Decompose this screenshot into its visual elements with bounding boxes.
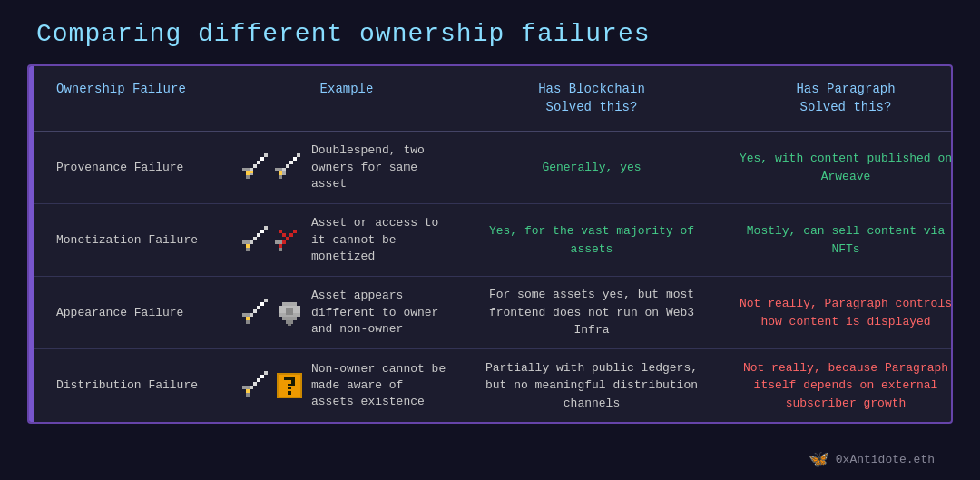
svg-rect-64 bbox=[260, 375, 264, 378]
col-header-blockchain: Has BlockchainSolved this? bbox=[465, 75, 719, 122]
svg-rect-25 bbox=[260, 230, 264, 233]
blockchain-distribution: Partially with public ledgers, but no me… bbox=[465, 350, 719, 422]
sword-x-icon bbox=[275, 226, 304, 255]
sword-icon-4 bbox=[242, 299, 271, 328]
sword-icon-2 bbox=[275, 153, 304, 182]
icon-pair-provenance bbox=[242, 153, 304, 182]
svg-rect-6 bbox=[260, 157, 264, 161]
svg-rect-22 bbox=[250, 240, 253, 244]
svg-rect-60 bbox=[242, 386, 250, 389]
svg-rect-45 bbox=[253, 309, 257, 313]
svg-rect-3 bbox=[250, 168, 253, 171]
paragraph-provenance: Yes, with content published on Arweave bbox=[719, 141, 973, 194]
svg-rect-50 bbox=[282, 302, 297, 306]
svg-rect-54 bbox=[282, 317, 297, 320]
svg-rect-12 bbox=[282, 171, 286, 175]
svg-rect-15 bbox=[286, 164, 289, 168]
svg-rect-9 bbox=[246, 171, 250, 175]
svg-rect-70 bbox=[291, 380, 295, 386]
svg-rect-55 bbox=[286, 320, 293, 324]
page-title: Comparing different ownership failures bbox=[0, 0, 980, 64]
svg-rect-19 bbox=[279, 171, 282, 175]
blockchain-appearance: For some assets yes, but most frontend d… bbox=[465, 277, 719, 348]
svg-rect-71 bbox=[288, 384, 291, 386]
svg-rect-20 bbox=[246, 248, 250, 251]
svg-rect-11 bbox=[279, 175, 282, 179]
svg-rect-69 bbox=[284, 377, 295, 380]
table-row: Appearance Failure bbox=[29, 277, 951, 349]
example-provenance: Doublespend, two owners for same asset bbox=[229, 133, 465, 201]
svg-rect-48 bbox=[264, 299, 268, 302]
svg-rect-37 bbox=[286, 237, 289, 240]
icon-pair-appearance bbox=[242, 299, 304, 328]
table-header: Ownership Failure Example Has Blockchain… bbox=[29, 66, 951, 132]
svg-rect-36 bbox=[282, 233, 286, 237]
svg-rect-42 bbox=[246, 320, 250, 324]
svg-rect-49 bbox=[246, 317, 250, 320]
svg-rect-62 bbox=[253, 382, 257, 386]
svg-rect-27 bbox=[246, 244, 250, 248]
icon-pair-monetization bbox=[242, 226, 304, 255]
example-text-provenance: Doublespend, two owners for same asset bbox=[311, 142, 451, 192]
background: Comparing different ownership failures O… bbox=[0, 0, 980, 480]
svg-rect-66 bbox=[246, 389, 250, 393]
svg-rect-14 bbox=[282, 168, 286, 171]
svg-rect-65 bbox=[264, 371, 268, 375]
shield-icon bbox=[275, 299, 304, 328]
brand-logo-icon: 🦋 bbox=[808, 449, 828, 469]
blockchain-provenance: Generally, yes bbox=[465, 150, 719, 186]
example-text-monetization: Asset or access to it cannot be monetize… bbox=[311, 215, 451, 265]
col-header-failure: Ownership Failure bbox=[29, 75, 229, 122]
svg-rect-0 bbox=[246, 175, 250, 179]
svg-rect-56 bbox=[288, 324, 291, 326]
brand-name: 0xAntidote.eth bbox=[836, 453, 935, 466]
svg-rect-46 bbox=[257, 306, 260, 309]
table-row: Distribution Failure bbox=[29, 349, 951, 422]
svg-rect-18 bbox=[297, 153, 300, 157]
svg-rect-47 bbox=[260, 302, 264, 306]
svg-rect-16 bbox=[289, 161, 293, 164]
col-header-example: Example bbox=[229, 75, 465, 122]
svg-rect-5 bbox=[257, 161, 260, 164]
blockchain-monetization: Yes, for the vast majority of assets bbox=[465, 213, 719, 267]
example-appearance: Asset appears different to owner and non… bbox=[229, 279, 465, 347]
example-distribution: Non-owner cannot be made aware of assets… bbox=[229, 352, 465, 420]
svg-rect-2 bbox=[242, 168, 250, 171]
example-text-appearance: Asset appears different to owner and non… bbox=[311, 288, 451, 338]
svg-rect-4 bbox=[253, 164, 257, 168]
svg-rect-40 bbox=[282, 240, 286, 244]
failure-name-distribution: Distribution Failure bbox=[29, 366, 229, 406]
svg-rect-35 bbox=[279, 230, 282, 233]
paragraph-distribution: Not really, because Paragraph itself dep… bbox=[719, 350, 973, 422]
svg-rect-63 bbox=[257, 378, 260, 382]
svg-rect-13 bbox=[275, 168, 282, 171]
svg-rect-10 bbox=[250, 171, 253, 173]
icon-pair-distribution bbox=[242, 371, 304, 400]
svg-rect-38 bbox=[289, 233, 293, 237]
svg-rect-17 bbox=[293, 157, 297, 161]
failure-name-monetization: Monetization Failure bbox=[29, 220, 229, 260]
svg-rect-73 bbox=[288, 391, 291, 395]
table-row: Monetization Failure bbox=[29, 204, 951, 277]
svg-rect-28 bbox=[279, 248, 282, 251]
question-icon bbox=[275, 371, 304, 400]
footer-brand: 🦋 0xAntidote.eth bbox=[808, 449, 935, 469]
svg-rect-26 bbox=[264, 226, 268, 230]
svg-rect-61 bbox=[250, 386, 253, 389]
svg-rect-44 bbox=[250, 313, 253, 317]
svg-rect-23 bbox=[253, 237, 257, 240]
col-header-paragraph: Has ParagraphSolved this? bbox=[719, 75, 973, 122]
svg-rect-72 bbox=[288, 387, 291, 389]
svg-rect-59 bbox=[246, 393, 250, 397]
failure-name-provenance: Provenance Failure bbox=[29, 148, 229, 188]
svg-rect-21 bbox=[242, 240, 250, 244]
svg-rect-58 bbox=[286, 311, 293, 315]
svg-rect-7 bbox=[264, 153, 268, 157]
svg-rect-29 bbox=[275, 240, 282, 244]
example-text-distribution: Non-owner cannot be made aware of assets… bbox=[311, 361, 451, 411]
svg-rect-43 bbox=[242, 313, 250, 317]
paragraph-monetization: Mostly, can sell content via NFTs bbox=[719, 213, 973, 267]
svg-rect-41 bbox=[279, 244, 282, 248]
sword-icon-3 bbox=[242, 226, 271, 255]
paragraph-appearance: Not really, Paragraph controls how conte… bbox=[719, 286, 973, 339]
